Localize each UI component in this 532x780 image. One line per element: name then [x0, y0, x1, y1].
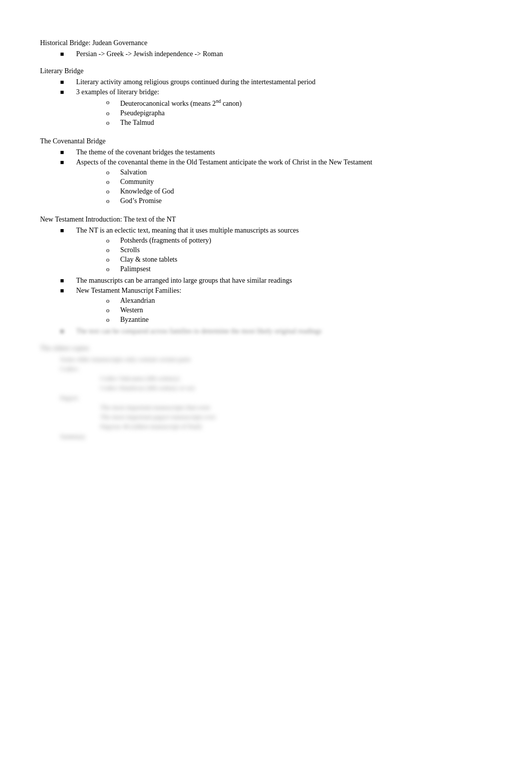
bullet-text: Literary activity among religious groups…: [76, 78, 492, 86]
blurred-section-container: The oldest copies Some older manuscripts…: [40, 344, 492, 441]
blurred-heading: The oldest copies: [40, 344, 492, 352]
sub-text: Salvation: [120, 168, 492, 176]
sub-text: Pseudepigrapha: [120, 109, 492, 117]
sub-text: Clay & stone tablets: [120, 256, 492, 264]
sub-bullet-icon: o: [106, 246, 118, 254]
sub-bullet-icon: o: [106, 316, 118, 324]
sub-bullet-icon: o: [106, 109, 118, 117]
bullet-icon: ■: [60, 277, 74, 284]
bullet-icon: ■: [60, 327, 74, 335]
blurred-block-1: Some older manuscripts only contain cert…: [40, 355, 492, 441]
sub-bullet-icon: o: [106, 178, 118, 186]
sub-bullet-icon: o: [106, 297, 118, 305]
literary-bridge-section: Literary Bridge ■ Literary activity amon…: [40, 67, 492, 128]
nt-intro-heading: New Testament Introduction: The text of …: [40, 216, 492, 224]
blurred-subline: Codex Vaticanus (4th century): [60, 374, 492, 382]
bullet-text: The manuscripts can be arranged into lar…: [76, 277, 492, 285]
bullet-icon: ■: [60, 88, 74, 96]
nt-intro-list: ■ The NT is an eclectic text, meaning th…: [40, 227, 492, 335]
bullet-icon: ■: [60, 78, 74, 86]
sub-text: The Talmud: [120, 119, 492, 127]
historical-bridge-heading: Historical Bridge: Judean Governance: [40, 39, 492, 47]
bullet-text: The text can be compared across families…: [76, 327, 492, 335]
list-item: o Knowledge of God: [76, 187, 492, 196]
sub-text: Palimpsest: [120, 265, 492, 273]
sub-text: Western: [120, 306, 492, 314]
blurred-line: Summary: [60, 433, 492, 441]
bullet-text: Persian -> Greek -> Jewish independence …: [76, 50, 492, 58]
bullet-text: New Testament Manuscript Families: o Ale…: [76, 287, 492, 325]
bullet-icon: ■: [60, 287, 74, 294]
sub-text: Alexandrian: [120, 297, 492, 305]
sub-bullet-icon: o: [106, 98, 118, 106]
sub-bullet-icon: o: [106, 187, 118, 196]
list-item: o Byzantine: [76, 316, 492, 324]
sub-bullet-icon: o: [106, 119, 118, 127]
bullet-text: The NT is an eclectic text, meaning that…: [76, 227, 492, 275]
historical-bridge-section: Historical Bridge: Judean Governance ■ P…: [40, 39, 492, 58]
blurred-line: Papyri:: [60, 394, 492, 402]
list-item: o Clay & stone tablets: [76, 256, 492, 264]
list-item: o Pseudepigrapha: [76, 109, 492, 117]
list-item: o Community: [76, 178, 492, 186]
sub-text: Knowledge of God: [120, 187, 492, 196]
literary-bridge-list: ■ Literary activity among religious grou…: [40, 78, 492, 128]
blurred-subline: Codex Sinaiticus (4th century or so): [60, 384, 492, 392]
list-item-blurred: ■ The text can be compared across famili…: [40, 327, 492, 335]
list-item: o Potsherds (fragments of pottery): [76, 237, 492, 245]
historical-bridge-list: ■ Persian -> Greek -> Jewish independenc…: [40, 50, 492, 58]
sub-text: Byzantine: [120, 316, 492, 324]
sub-bullet-icon: o: [106, 265, 118, 273]
covenantal-bridge-section: The Covenantal Bridge ■ The theme of the…: [40, 137, 492, 207]
sub-bullet-icon: o: [106, 168, 118, 176]
list-item: o God’s Promise: [76, 197, 492, 205]
list-item: ■ The NT is an eclectic text, meaning th…: [40, 227, 492, 275]
covenantal-bridge-list: ■ The theme of the covenant bridges the …: [40, 148, 492, 207]
list-item: ■ 3 examples of literary bridge: o Deute…: [40, 88, 492, 128]
blurred-subline: The most important papyri manuscripts ev…: [60, 413, 492, 421]
sub-text: Community: [120, 178, 492, 186]
sub-text: Potsherds (fragments of pottery): [120, 237, 492, 245]
bullet-icon: ■: [60, 227, 74, 234]
bullet-icon: ■: [60, 158, 74, 166]
sub-bullet-icon: o: [106, 197, 118, 205]
bullet-text: 3 examples of literary bridge: o Deutero…: [76, 88, 492, 128]
list-item: o Alexandrian: [76, 297, 492, 305]
list-item: ■ New Testament Manuscript Families: o A…: [40, 287, 492, 325]
list-item: ■ Aspects of the covenantal theme in the…: [40, 158, 492, 207]
list-item: ■ Persian -> Greek -> Jewish independenc…: [40, 50, 492, 58]
blurred-line: Codex:: [60, 365, 492, 373]
covenantal-subitems: o Salvation o Community o Knowledge of G…: [76, 168, 492, 205]
blurred-subline: Papyrus 46 (oldest manuscript of Paul): [60, 423, 492, 431]
list-item: ■ Literary activity among religious grou…: [40, 78, 492, 86]
list-item: o Salvation: [76, 168, 492, 176]
covenantal-bridge-heading: The Covenantal Bridge: [40, 137, 492, 145]
nt-intro-section: New Testament Introduction: The text of …: [40, 216, 492, 335]
blurred-subline: The most important manuscripts that exis…: [60, 404, 492, 412]
list-item: o Scrolls: [76, 246, 492, 254]
sub-bullet-icon: o: [106, 237, 118, 245]
bullet-icon: ■: [60, 50, 74, 58]
list-item: o Western: [76, 306, 492, 314]
list-item: o The Talmud: [76, 119, 492, 127]
sub-bullet-icon: o: [106, 256, 118, 264]
nt-intro-subitems-1: o Potsherds (fragments of pottery) o Scr…: [76, 237, 492, 273]
bullet-icon: ■: [60, 148, 74, 156]
sub-text: Deuterocanonical works (means 2nd canon): [120, 98, 492, 108]
list-item: o Palimpsest: [76, 265, 492, 273]
list-item: o Deuterocanonical works (means 2nd cano…: [76, 98, 492, 108]
bullet-text: The theme of the covenant bridges the te…: [76, 148, 492, 156]
list-item: ■ The manuscripts can be arranged into l…: [40, 277, 492, 285]
sub-text: Scrolls: [120, 246, 492, 254]
bullet-text: Aspects of the covenantal theme in the O…: [76, 158, 492, 207]
list-item: ■ The theme of the covenant bridges the …: [40, 148, 492, 156]
literary-bridge-heading: Literary Bridge: [40, 67, 492, 75]
sub-text: God’s Promise: [120, 197, 492, 205]
sub-bullet-icon: o: [106, 306, 118, 314]
literary-bridge-subitems: o Deuterocanonical works (means 2nd cano…: [76, 98, 492, 127]
blurred-line: Some older manuscripts only contain cert…: [60, 355, 492, 363]
nt-manuscript-families: o Alexandrian o Western o Byzantine: [76, 297, 492, 324]
